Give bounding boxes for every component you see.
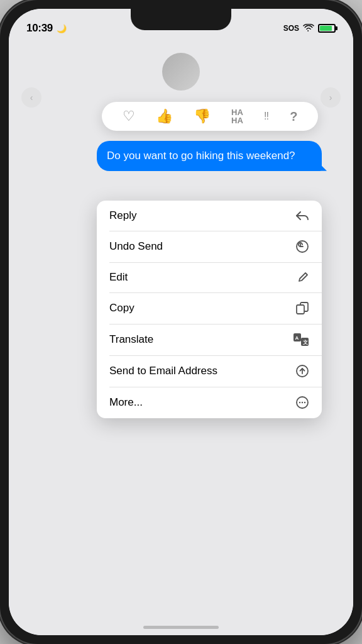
battery-icon xyxy=(318,24,336,33)
svg-text:A: A xyxy=(295,335,299,341)
reaction-thumbs-up[interactable]: 👍 xyxy=(156,109,173,123)
menu-item-undo-send[interactable]: Undo Send xyxy=(97,231,322,262)
battery-fill xyxy=(320,26,332,31)
phone-screen: 10:39 🌙 SOS xyxy=(9,9,353,635)
reaction-haha[interactable]: HAHA xyxy=(231,108,243,125)
menu-item-send-email-label: Send to Email Address xyxy=(109,365,217,377)
menu-item-more[interactable]: More... xyxy=(97,387,322,418)
reaction-heart[interactable]: ♡ xyxy=(123,109,135,123)
status-icons: SOS xyxy=(283,24,336,33)
reaction-question[interactable]: ? xyxy=(290,110,297,123)
menu-item-edit[interactable]: Edit xyxy=(97,262,322,292)
menu-item-copy[interactable]: Copy xyxy=(97,292,322,324)
menu-item-reply-label: Reply xyxy=(109,209,136,222)
svg-point-9 xyxy=(299,402,300,403)
menu-item-reply[interactable]: Reply xyxy=(97,201,322,231)
context-menu: Reply Undo Send xyxy=(97,201,322,418)
reaction-bar: ♡ 👍 👎 HAHA ‼ ? xyxy=(102,102,318,131)
avatar xyxy=(162,53,200,91)
message-text: Do you want to go hiking this weekend? xyxy=(107,150,295,162)
reply-icon xyxy=(295,209,309,222)
menu-item-more-label: More... xyxy=(109,396,143,409)
phone-frame: 10:39 🌙 SOS xyxy=(0,0,362,644)
translate-icon: A 文 xyxy=(293,333,309,347)
notch xyxy=(131,9,231,30)
moon-icon: 🌙 xyxy=(57,24,67,33)
menu-item-translate-label: Translate xyxy=(109,333,153,346)
message-bubble: Do you want to go hiking this weekend? xyxy=(97,141,322,171)
screen-content: 10:39 🌙 SOS xyxy=(9,9,353,635)
reaction-thumbs-down[interactable]: 👎 xyxy=(194,109,211,123)
svg-rect-2 xyxy=(297,305,304,314)
wifi-icon xyxy=(303,24,314,33)
menu-item-copy-label: Copy xyxy=(109,302,134,314)
left-nav-arrow[interactable]: ‹ xyxy=(21,87,41,108)
home-indicator xyxy=(143,626,219,629)
sos-label: SOS xyxy=(283,24,299,33)
menu-item-translate[interactable]: Translate A 文 xyxy=(97,324,322,355)
copy-icon xyxy=(295,301,309,315)
message-bubble-container: Do you want to go hiking this weekend? xyxy=(97,141,322,171)
reaction-exclamation[interactable]: ‼ xyxy=(264,111,269,121)
right-nav-arrow[interactable]: › xyxy=(321,87,341,108)
more-icon xyxy=(295,396,309,409)
edit-icon xyxy=(297,271,309,284)
svg-point-11 xyxy=(304,402,305,403)
menu-item-undo-label: Undo Send xyxy=(109,240,163,253)
svg-point-10 xyxy=(302,402,303,403)
send-email-icon xyxy=(295,364,309,378)
menu-item-send-email[interactable]: Send to Email Address xyxy=(97,355,322,387)
status-time: 10:39 xyxy=(26,22,53,35)
undo-send-icon xyxy=(295,240,309,253)
menu-item-edit-label: Edit xyxy=(109,271,128,284)
svg-text:文: 文 xyxy=(303,339,308,345)
